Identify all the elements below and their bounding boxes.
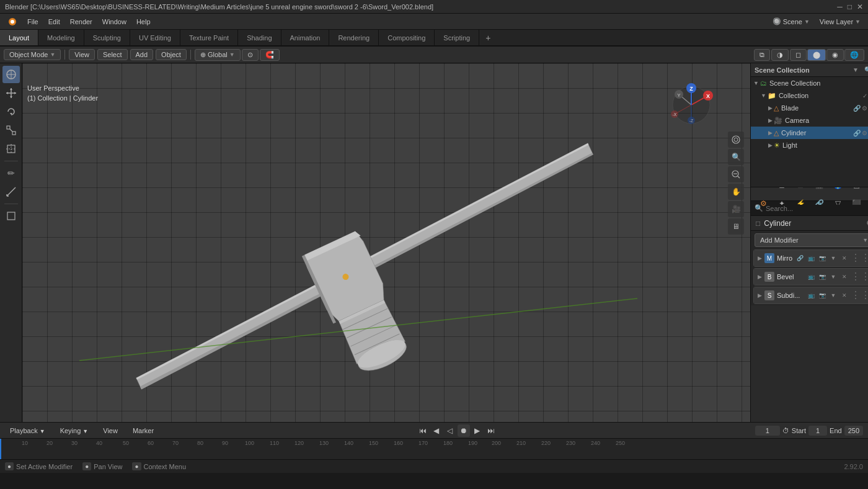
output-props-btn[interactable]: 🖨 xyxy=(773,187,790,194)
mirror-render-btn[interactable]: 📷 xyxy=(817,253,827,263)
properties-search-input[interactable] xyxy=(766,205,868,212)
prev-frame-btn[interactable]: ◀ xyxy=(430,424,443,437)
menu-help[interactable]: Help xyxy=(131,16,156,27)
subsurf-toggle-btn[interactable]: ▼ xyxy=(828,290,838,300)
wireframe-btn[interactable]: ◻ xyxy=(790,49,807,61)
mirror-delete-btn[interactable]: ✕ xyxy=(839,253,849,263)
outliner-blade[interactable]: ▶ △ Blade 🔗 ⚙ 👁 xyxy=(751,102,868,114)
subdivision-modifier-header[interactable]: ▶ S Subdi... 📺 📷 ▼ ✕ ⋮⋮ xyxy=(754,287,868,303)
bevel-render-btn[interactable]: 📷 xyxy=(817,272,827,282)
play-reverse-btn[interactable]: ◁ xyxy=(444,424,456,437)
object-menu-btn[interactable]: Object xyxy=(156,49,187,60)
camera-view-btn[interactable]: 🎥 xyxy=(728,201,744,217)
menu-file[interactable]: File xyxy=(22,16,43,27)
rotate-tool-btn[interactable] xyxy=(2,103,20,120)
material-btn[interactable]: ◉ xyxy=(826,49,844,61)
view-layer-props-btn[interactable]: ⊞ xyxy=(792,187,809,194)
start-frame-input[interactable]: 1 xyxy=(808,426,827,436)
scale-tool-btn[interactable] xyxy=(2,122,20,139)
playback-menu-btn[interactable]: Playback ▼ xyxy=(5,426,50,436)
tab-compositing[interactable]: Compositing xyxy=(379,30,435,45)
collection-visibility-icon[interactable]: ✓ xyxy=(862,92,867,99)
bevel-realtime-btn[interactable]: 📺 xyxy=(806,272,816,282)
render-props-btn[interactable]: 🖥 xyxy=(755,187,772,194)
solid-btn[interactable]: ⬤ xyxy=(807,49,826,61)
add-menu-btn[interactable]: Add xyxy=(130,49,154,60)
overlay-btn[interactable]: ⧉ xyxy=(754,49,770,61)
bevel-toggle-btn[interactable]: ▼ xyxy=(828,272,838,282)
tab-sculpting[interactable]: Sculpting xyxy=(84,30,130,45)
view-layer-selector[interactable]: View Layer ▼ xyxy=(815,16,866,27)
cursor-tool-btn[interactable] xyxy=(2,66,20,83)
zoom-in-btn[interactable]: 🔍 xyxy=(728,149,744,165)
timeline-content[interactable]: 10 20 30 40 50 60 70 80 90 100 110 120 1… xyxy=(0,439,868,459)
mirror-modifier-header[interactable]: ▶ M Mirro 🔗 📺 📷 ▼ ✕ ⋮⋮ xyxy=(754,250,868,266)
subsurf-delete-btn[interactable]: ✕ xyxy=(839,290,849,300)
menu-edit[interactable]: Edit xyxy=(43,16,65,27)
mirror-drag-handle[interactable]: ⋮⋮ xyxy=(851,253,868,263)
pan-btn[interactable]: ✋ xyxy=(728,184,744,200)
scene-selector[interactable]: 🔘 Scene ▼ xyxy=(768,16,815,27)
add-cube-btn[interactable] xyxy=(2,207,20,225)
outliner-camera[interactable]: ▶ 🎥 Camera 👁 xyxy=(751,114,868,127)
select-menu-btn[interactable]: Select xyxy=(97,49,128,60)
bevel-delete-btn[interactable]: ✕ xyxy=(839,272,849,282)
annotate-tool-btn[interactable]: ✏ xyxy=(2,164,20,182)
add-workspace-button[interactable]: + xyxy=(479,30,497,45)
outliner-scene-collection[interactable]: ▼ 🗂 Scene Collection 👁 xyxy=(751,77,868,89)
menu-blender[interactable] xyxy=(2,15,22,29)
world-props-btn[interactable]: 🌍 xyxy=(829,187,846,194)
transform-tool-btn[interactable] xyxy=(2,140,20,158)
outliner-light[interactable]: ▶ ☀ Light 👁 xyxy=(751,139,868,151)
jump-to-start-btn[interactable]: ⏮ xyxy=(417,424,429,437)
render-btn[interactable]: 🌐 xyxy=(844,49,864,61)
bevel-drag-handle[interactable]: ⋮⋮ xyxy=(851,272,868,282)
add-modifier-button[interactable]: Add Modifier ▼ xyxy=(755,233,868,247)
window-controls[interactable]: ─ □ ✕ xyxy=(837,2,863,11)
tab-layout[interactable]: Layout xyxy=(0,30,38,45)
outliner-collection[interactable]: ▼ 📁 Collection ✓ 👁 xyxy=(751,89,868,102)
xray-btn[interactable]: ◑ xyxy=(771,49,789,61)
measure-tool-btn[interactable] xyxy=(2,183,20,200)
outliner-filter-btn[interactable]: ▼ xyxy=(850,65,861,76)
next-frame-btn[interactable]: ▶ xyxy=(471,424,484,437)
close-button[interactable]: ✕ xyxy=(857,2,863,11)
viewport-3d[interactable]: User Perspective (1) Collection | Cylind… xyxy=(22,63,750,422)
tab-texture-paint[interactable]: Texture Paint xyxy=(180,30,238,45)
subsurf-realtime-btn[interactable]: 📺 xyxy=(806,290,816,300)
keying-menu-btn[interactable]: Keying ▼ xyxy=(55,426,94,436)
outliner-cylinder[interactable]: ▶ △ Cylinder 🔗 ⚙ 👁 xyxy=(751,127,868,139)
view-menu-btn[interactable]: View xyxy=(98,426,123,436)
proportional-edit-btn[interactable]: ⊙ xyxy=(242,49,259,61)
mode-selector[interactable]: Object Mode ▼ xyxy=(4,49,61,60)
play-btn[interactable]: ⏺ xyxy=(458,424,470,437)
subsurf-render-btn[interactable]: 📷 xyxy=(817,290,827,300)
mirror-realtime-btn[interactable]: 📺 xyxy=(806,253,816,263)
minimize-button[interactable]: ─ xyxy=(837,2,843,11)
menu-window[interactable]: Window xyxy=(97,16,131,27)
view-menu-btn[interactable]: View xyxy=(69,49,95,60)
current-frame-input[interactable]: 1 xyxy=(755,426,780,436)
tab-modeling[interactable]: Modeling xyxy=(38,30,84,45)
object-props-btn[interactable]: △ xyxy=(848,187,865,194)
tab-uv-editing[interactable]: UV Editing xyxy=(130,30,180,45)
move-tool-btn[interactable] xyxy=(2,84,20,102)
maximize-button[interactable]: □ xyxy=(848,2,852,11)
snap-btn[interactable]: 🧲 xyxy=(260,49,280,61)
subsurf-drag-handle[interactable]: ⋮⋮ xyxy=(851,290,868,300)
marker-menu-btn[interactable]: Marker xyxy=(128,426,159,436)
render-view-btn[interactable]: 🖥 xyxy=(728,218,744,235)
axis-gizmo[interactable]: X Y Z -X -Z xyxy=(670,83,713,127)
mirror-icon1[interactable]: 🔗 xyxy=(795,253,805,263)
mirror-toggle-btn[interactable]: ▼ xyxy=(828,253,838,263)
bevel-modifier-header[interactable]: ▶ B Bevel 📺 📷 ▼ ✕ ⋮⋮ xyxy=(754,269,868,285)
jump-to-end-btn[interactable]: ⏭ xyxy=(485,424,497,437)
zoom-out-btn[interactable] xyxy=(728,166,744,182)
outliner-search-btn[interactable]: 🔍 xyxy=(862,65,868,76)
tab-animation[interactable]: Animation xyxy=(281,30,330,45)
tab-shading[interactable]: Shading xyxy=(238,30,281,45)
camera-perspective-btn[interactable] xyxy=(728,132,744,148)
global-selector[interactable]: ⊕ Global ▼ xyxy=(195,49,241,61)
scene-props-btn[interactable]: 🎬 xyxy=(810,187,828,194)
tab-scripting[interactable]: Scripting xyxy=(435,30,479,45)
